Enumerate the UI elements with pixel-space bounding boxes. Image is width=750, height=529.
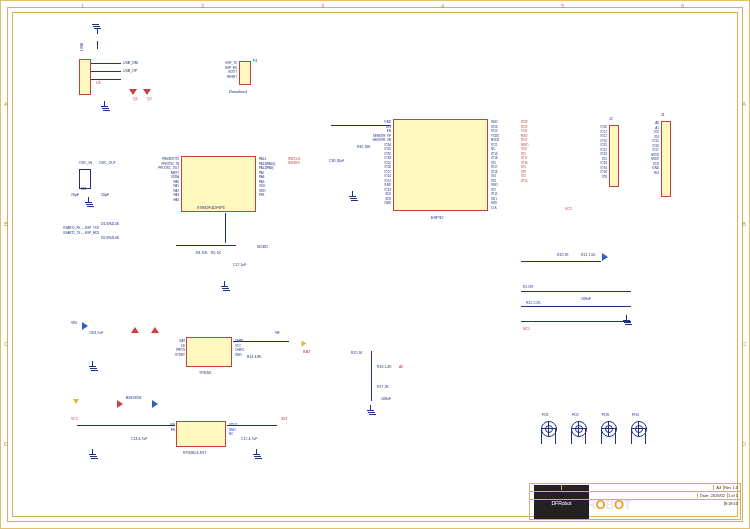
c: 100nF bbox=[381, 397, 391, 401]
xtal: 8M bbox=[81, 187, 86, 191]
wire bbox=[521, 321, 631, 322]
grid-row: C bbox=[4, 341, 8, 347]
diode: D2/1N4148 bbox=[101, 236, 119, 240]
grid-row: B bbox=[4, 221, 8, 227]
grid-col: 2 bbox=[201, 3, 204, 9]
fd: FD3 bbox=[602, 413, 609, 417]
grid-col: 6 bbox=[681, 3, 684, 9]
bat-arrow bbox=[302, 341, 307, 347]
esp32-label: ESP32 bbox=[431, 215, 443, 220]
grid-col: 5 bbox=[561, 3, 564, 9]
led-icon bbox=[602, 253, 608, 261]
crystal bbox=[79, 169, 91, 189]
part: Q1 bbox=[133, 97, 138, 101]
bat: BAT bbox=[303, 349, 310, 354]
grid-row: A bbox=[4, 101, 8, 107]
fiducial-icon bbox=[601, 421, 617, 437]
diode-icon bbox=[152, 400, 158, 408]
frame bbox=[7, 7, 743, 522]
r: R11 1.5K bbox=[581, 253, 596, 257]
schematic-page: 1 2 3 4 5 6 A B C D A B C D USB USB_DM U… bbox=[0, 0, 750, 529]
grid-row: C bbox=[742, 341, 746, 347]
vb: VB bbox=[275, 331, 280, 335]
r: R10 1K bbox=[557, 253, 569, 257]
osc-in: OSC_IN bbox=[79, 161, 92, 165]
wire bbox=[77, 425, 175, 426]
wire bbox=[331, 125, 391, 126]
fd: FD4 bbox=[632, 413, 639, 417]
fiducial-icon bbox=[541, 421, 557, 437]
reg-part: RT9080-3.3GT bbox=[183, 451, 206, 455]
grid-col: 1 bbox=[81, 3, 84, 9]
j1-names: A0A1IO2 IO4IO15IO26 IO27MOSIMISO SCKGND3… bbox=[635, 121, 659, 175]
led-icon bbox=[131, 327, 139, 333]
reg-chip bbox=[176, 421, 226, 447]
header-j1 bbox=[661, 121, 671, 197]
c: C12 1uF bbox=[233, 263, 246, 267]
c: C30 10uF bbox=[329, 159, 344, 163]
wire bbox=[97, 41, 98, 49]
chg-l: BATCE PROGSTDBY bbox=[163, 339, 185, 357]
download-header bbox=[239, 61, 251, 85]
wire bbox=[91, 79, 121, 80]
mosfet: SI2302 bbox=[257, 245, 268, 249]
r: R12 2.2K bbox=[526, 301, 541, 305]
net: SWDIO bbox=[288, 161, 300, 165]
wire bbox=[176, 245, 236, 246]
grid-row: A bbox=[742, 101, 746, 107]
r: R32 10K bbox=[357, 145, 371, 149]
net: R1 0R bbox=[523, 285, 533, 289]
grid-row: D bbox=[742, 441, 746, 447]
r: R17 2K bbox=[377, 385, 389, 389]
wire bbox=[233, 341, 289, 342]
ref: J1 bbox=[661, 113, 665, 117]
wire bbox=[227, 425, 277, 426]
grid-col: 4 bbox=[441, 3, 444, 9]
3v3: 3V3 bbox=[281, 417, 287, 421]
r: R14 4.8K bbox=[247, 355, 262, 359]
tvs-diode bbox=[129, 89, 137, 95]
tvs-diode bbox=[143, 89, 151, 95]
wire bbox=[91, 63, 121, 64]
esp-right-names: GNDIO23IO22 TXD0RXD0IO21 NCIO19IO18 IO5I… bbox=[491, 120, 499, 210]
j2-names: IO16IO17IO21 IO22IO25IO12 IO13IO5IO23 IO… bbox=[583, 125, 607, 179]
usb-connector bbox=[79, 59, 91, 95]
part: U3 bbox=[96, 81, 100, 85]
r: R4 10K bbox=[196, 251, 208, 255]
wire bbox=[91, 71, 121, 72]
vcc: VCC bbox=[71, 417, 78, 421]
diode-icon bbox=[117, 400, 123, 408]
r: R15 1K bbox=[351, 351, 363, 355]
fiducial-icon bbox=[571, 421, 587, 437]
charger-chip bbox=[186, 337, 232, 367]
grid-row: D bbox=[4, 441, 8, 447]
ref: J2 bbox=[609, 117, 613, 121]
c: 100nF bbox=[581, 297, 591, 301]
esp-left-names: GND3V3EN SENSOR_VPSENSOR_VNIO34 IO35IO32… bbox=[359, 120, 391, 206]
mcu-chip bbox=[181, 156, 256, 212]
net: USB_DP bbox=[123, 69, 137, 73]
esp32-chip bbox=[393, 119, 488, 211]
esp-right-nets: IO23IO22 TXDRXDIO21 MISOSCK IO5IO17IO16 … bbox=[521, 120, 529, 183]
wire bbox=[521, 261, 601, 262]
r: R5 1K bbox=[211, 251, 221, 255]
r: R16 2.4K bbox=[377, 365, 392, 369]
mcu-part: STM32F042F6P6 bbox=[197, 206, 225, 210]
uart-tags: USART2_RX — ESP_TXD USART2_TX — ESP_RXD bbox=[63, 226, 99, 235]
pwr-arrow bbox=[73, 399, 79, 404]
c: C13 4.7uF bbox=[131, 437, 147, 441]
led-icon bbox=[151, 327, 159, 333]
cap: C8/4.7uF bbox=[89, 331, 103, 335]
wire bbox=[521, 306, 631, 307]
wire bbox=[225, 213, 226, 243]
mcu-left: PB8/BOOT0PF0/OSC_INPF1/OSC_OUT NRSTVDDAP… bbox=[147, 157, 179, 202]
fd: FD2 bbox=[572, 413, 579, 417]
download-label: Download bbox=[229, 89, 247, 94]
mcu-right: PA14PA13[PA10]PA12[PA9] PA7PA6PA5 VSSVDD… bbox=[259, 157, 275, 198]
usb-label: USB bbox=[79, 43, 84, 51]
header-j2 bbox=[609, 125, 619, 187]
wire bbox=[521, 291, 631, 292]
fiducial-icon bbox=[631, 421, 647, 437]
a0: A0 bbox=[399, 365, 403, 369]
grid-row: B bbox=[742, 221, 746, 227]
